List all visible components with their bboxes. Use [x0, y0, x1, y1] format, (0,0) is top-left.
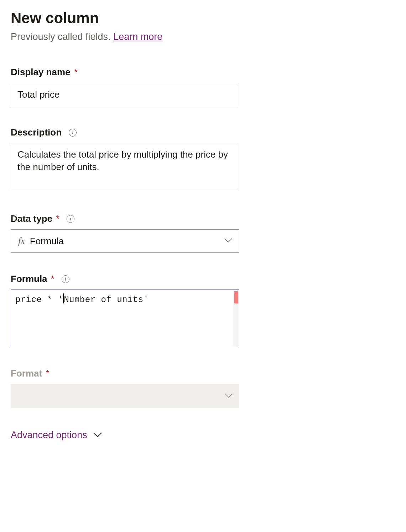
field-format: Format * [11, 368, 395, 408]
formula-input[interactable]: price * 'Number of units' [11, 290, 239, 347]
field-formula: Formula * price * 'Number of units' [11, 273, 395, 347]
chevron-down-icon [93, 432, 99, 439]
info-icon[interactable] [69, 129, 77, 137]
format-label-row: Format * [11, 368, 395, 379]
formula-text-after-caret: Number of units' [64, 295, 149, 305]
formula-label: Formula [11, 273, 47, 285]
required-marker: * [56, 213, 59, 224]
info-icon[interactable] [62, 275, 69, 283]
formula-scrollbar-marker [234, 291, 238, 303]
display-name-input[interactable] [11, 83, 239, 106]
chevron-down-icon [224, 238, 230, 244]
description-label-row: Description [11, 127, 395, 138]
advanced-options-toggle[interactable]: Advanced options [11, 430, 395, 441]
advanced-options-label: Advanced options [11, 430, 87, 441]
format-label: Format [11, 368, 42, 379]
learn-more-link[interactable]: Learn more [113, 31, 162, 42]
subtitle-prefix-text: Previously called fields. [11, 31, 113, 42]
formula-scrollbar-track[interactable] [233, 290, 239, 347]
data-type-value: Formula [30, 236, 64, 247]
chevron-down-icon [224, 393, 231, 399]
required-marker: * [51, 273, 54, 285]
formula-label-row: Formula * [11, 273, 395, 285]
fx-icon: fx [18, 236, 25, 246]
field-description: Description Calculates the total price b… [11, 127, 395, 193]
display-name-label-row: Display name * [11, 67, 395, 78]
formula-text-before-caret: price * ' [15, 295, 63, 305]
required-marker: * [46, 368, 49, 379]
description-input[interactable]: Calculates the total price by multiplyin… [11, 143, 239, 191]
new-column-panel: New column Previously called fields. Lea… [0, 0, 406, 441]
field-data-type: Data type * fx Formula [11, 213, 395, 253]
text-caret [63, 293, 64, 303]
page-title: New column [11, 10, 395, 26]
description-label: Description [11, 127, 62, 138]
display-name-label: Display name [11, 67, 71, 78]
data-type-label: Data type [11, 213, 52, 224]
format-select[interactable] [11, 384, 239, 408]
info-icon[interactable] [67, 215, 74, 223]
page-subtitle: Previously called fields. Learn more [11, 31, 395, 42]
data-type-label-row: Data type * [11, 213, 395, 224]
data-type-select[interactable]: fx Formula [11, 229, 239, 253]
required-marker: * [74, 67, 78, 78]
field-display-name: Display name * [11, 67, 395, 106]
